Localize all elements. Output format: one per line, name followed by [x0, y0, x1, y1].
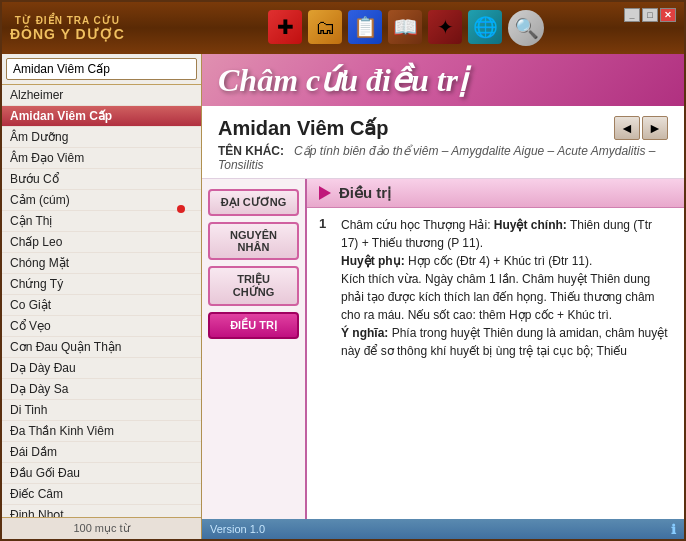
alt-name-label: TÊN KHÁC:: [218, 144, 284, 158]
nav-next-button[interactable]: ►: [642, 116, 668, 140]
list-icon[interactable]: 📋: [348, 10, 382, 44]
sidebar-item-co-giat[interactable]: Co Giật: [2, 295, 201, 316]
sidebar: Alzheimer Amidan Viêm Cấp Âm Dưỡng Âm Đạ…: [2, 54, 202, 539]
sidebar-item-buou-co[interactable]: Bướu Cổ: [2, 169, 201, 190]
item-number-1: 1: [319, 216, 333, 360]
content-item-1: 1 Châm cứu học Thượng Hải: Huyệt chính: …: [319, 216, 672, 360]
sidebar-item-am-dao[interactable]: Âm Đạo Viêm: [2, 148, 201, 169]
sidebar-item-con-dau[interactable]: Cơn Đau Quận Thận: [2, 337, 201, 358]
sidebar-list: Alzheimer Amidan Viêm Cấp Âm Dưỡng Âm Đạ…: [2, 85, 201, 517]
content-area: Alzheimer Amidan Viêm Cấp Âm Dưỡng Âm Đạ…: [2, 54, 684, 539]
scroll-indicator-dot: [177, 205, 185, 213]
star-icon[interactable]: ✦: [428, 10, 462, 44]
tab-dai-cuong[interactable]: ĐẠI CƯƠNG: [208, 189, 299, 216]
section-title: Điều trị: [339, 184, 391, 202]
sidebar-item-chong-mat[interactable]: Chóng Mặt: [2, 253, 201, 274]
sidebar-item-am-duong[interactable]: Âm Dưỡng: [2, 127, 201, 148]
sidebar-item-diec-cam[interactable]: Điếc Câm: [2, 484, 201, 505]
tab-nguyen-nhan[interactable]: NGUYÊN NHÂN: [208, 222, 299, 260]
sidebar-item-dinh-nhot[interactable]: Đinh Nhọt: [2, 505, 201, 517]
search-magnify-icon[interactable]: 🔍: [508, 10, 544, 46]
sidebar-item-co-veo[interactable]: Cổ Vẹo: [2, 316, 201, 337]
globe-icon[interactable]: 🌐: [468, 10, 502, 44]
tabs-sidebar: ĐẠI CƯƠNG NGUYÊN NHÂN TRIỆU CHỨNG ĐIỀU T…: [202, 179, 307, 519]
article-area: Amidan Viêm Cấp ◄ ► TÊN KHÁC: Cấp tính b…: [202, 106, 684, 519]
sidebar-item-di-tinh[interactable]: Di Tinh: [2, 400, 201, 421]
item-count: 100 mục từ: [73, 522, 129, 534]
article-title-row: Amidan Viêm Cấp ◄ ►: [218, 116, 668, 140]
info-icon: ℹ: [671, 522, 676, 537]
sidebar-item-can-thi[interactable]: Cận Thị: [2, 211, 201, 232]
book-icon[interactable]: 📖: [388, 10, 422, 44]
maximize-button[interactable]: □: [642, 8, 658, 22]
sidebar-item-alzheimer[interactable]: Alzheimer: [2, 85, 201, 106]
nav-prev-button[interactable]: ◄: [614, 116, 640, 140]
version-label: Version 1.0: [210, 523, 265, 535]
tab-trieu-chung[interactable]: TRIỆU CHỨNG: [208, 266, 299, 306]
folder-icon[interactable]: 🗂: [308, 10, 342, 44]
sidebar-item-cam-cum[interactable]: Cảm (cúm): [2, 190, 201, 211]
sidebar-item-dau-goi[interactable]: Đầu Gối Đau: [2, 463, 201, 484]
main-window: TỪ ĐIỂN TRA CỨU ĐÔNG Y DƯỢC ✚ 🗂 📋 📖 ✦ 🌐 …: [0, 0, 686, 541]
alt-name-text: Cấp tính biên đảo thể viêm – Amygdalite …: [218, 144, 655, 172]
section-arrow-icon: [319, 186, 331, 200]
close-button[interactable]: ✕: [660, 8, 676, 22]
sidebar-item-chung-ty[interactable]: Chứng Tý: [2, 274, 201, 295]
tabs-content: ĐẠI CƯƠNG NGUYÊN NHÂN TRIỆU CHỨNG ĐIỀU T…: [202, 179, 684, 519]
app-title-line2: ĐÔNG Y DƯỢC: [10, 26, 125, 42]
sidebar-item-da-day-dau[interactable]: Dạ Dày Đau: [2, 358, 201, 379]
item-text-1: Châm cứu học Thượng Hải: Huyệt chính: Th…: [341, 216, 672, 360]
tab-dieu-tri[interactable]: ĐIỀU TRỊ: [208, 312, 299, 339]
search-input[interactable]: [6, 58, 197, 80]
nav-buttons: ◄ ►: [614, 116, 668, 140]
titlebar: TỪ ĐIỂN TRA CỨU ĐÔNG Y DƯỢC ✚ 🗂 📋 📖 ✦ 🌐 …: [2, 2, 684, 54]
sidebar-item-dai-dam[interactable]: Đái Dầm: [2, 442, 201, 463]
app-logo: TỪ ĐIỂN TRA CỨU ĐÔNG Y DƯỢC: [10, 15, 125, 42]
sidebar-footer: 100 mục từ: [2, 517, 201, 539]
add-icon[interactable]: ✚: [268, 10, 302, 44]
window-controls: _ □ ✕: [624, 8, 676, 22]
content-panel: Điều trị 1 Châm cứu học Thượng Hải: Huyệ…: [307, 179, 684, 519]
app-title-line1: TỪ ĐIỂN TRA CỨU: [15, 15, 120, 26]
search-box: [2, 54, 201, 85]
article-header: Amidan Viêm Cấp ◄ ► TÊN KHÁC: Cấp tính b…: [202, 106, 684, 179]
minimize-button[interactable]: _: [624, 8, 640, 22]
article-title: Amidan Viêm Cấp: [218, 116, 389, 140]
main-content: Châm cứu điều trị Amidan Viêm Cấp ◄ ► TÊ…: [202, 54, 684, 539]
sidebar-item-amidan[interactable]: Amidan Viêm Cấp: [2, 106, 201, 127]
statusbar: Version 1.0 ℹ: [202, 519, 684, 539]
banner-title: Châm cứu điều trị: [218, 61, 467, 99]
content-body[interactable]: 1 Châm cứu học Thượng Hải: Huyệt chính: …: [307, 208, 684, 519]
sidebar-item-da-day-sa[interactable]: Dạ Dày Sa: [2, 379, 201, 400]
header-banner: Châm cứu điều trị: [202, 54, 684, 106]
alt-name-row: TÊN KHÁC: Cấp tính biên đảo thể viêm – A…: [218, 144, 668, 172]
section-header: Điều trị: [307, 179, 684, 208]
sidebar-item-chap-leo[interactable]: Chấp Leo: [2, 232, 201, 253]
sidebar-item-da-than[interactable]: Đa Thần Kinh Viêm: [2, 421, 201, 442]
toolbar: ✚ 🗂 📋 📖 ✦ 🌐 🔍: [137, 10, 676, 46]
